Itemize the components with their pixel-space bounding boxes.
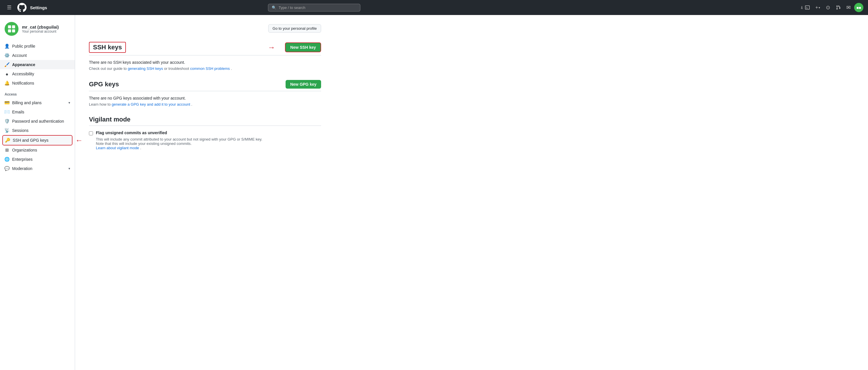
search-placeholder: Type / to search xyxy=(279,5,306,10)
sidebar-nav-access: 💳 Billing and plans ▾ ✉️ Emails 🛡️ Passw… xyxy=(0,98,75,173)
search-bar[interactable]: 🔍 Type / to search xyxy=(268,4,360,11)
page-title: Settings xyxy=(30,5,47,10)
terminal-button[interactable]: ﹠ xyxy=(798,3,812,12)
ssh-divider xyxy=(89,55,321,56)
generate-gpg-key-link[interactable]: generate a GPG key and add it to your ac… xyxy=(112,102,190,106)
vigilant-checkbox[interactable] xyxy=(89,131,93,135)
sidebar-label-ssh-gpg: SSH and GPG keys xyxy=(13,138,49,142)
sidebar-item-organizations[interactable]: ⊞ Organizations xyxy=(0,145,75,155)
pullrequests-button[interactable] xyxy=(834,3,843,11)
sidebar-item-password[interactable]: 🛡️ Password and authentication xyxy=(0,116,75,126)
svg-rect-0 xyxy=(8,25,11,29)
gear-icon: ⚙️ xyxy=(5,53,9,58)
vigilant-mode-header: Vigilant mode xyxy=(89,116,321,123)
gpg-learn-prefix: Learn how to xyxy=(89,102,112,106)
vigilant-checkbox-row: Flag unsigned commits as unverified xyxy=(89,130,321,135)
gpg-keys-title: GPG keys xyxy=(89,80,119,88)
gpg-keys-header: GPG keys New GPG key xyxy=(89,80,321,89)
common-ssh-problems-link[interactable]: common SSH problems xyxy=(190,66,230,71)
sidebar-item-ssh-gpg[interactable]: 🔑 SSH and GPG keys xyxy=(2,135,72,145)
sidebar-item-enterprises[interactable]: 🌐 Enterprises xyxy=(0,155,75,164)
moderation-expand-icon: ▾ xyxy=(68,167,70,171)
ssh-guide-prefix: Check out our guide to xyxy=(89,66,128,71)
vigilant-mode-title: Vigilant mode xyxy=(89,116,130,123)
new-gpg-key-button[interactable]: New GPG key xyxy=(286,80,321,89)
bell-icon: 🔔 xyxy=(5,81,9,86)
svg-rect-1 xyxy=(12,25,15,29)
vigilant-divider xyxy=(89,126,321,126)
gpg-learn-suffix: . xyxy=(191,102,192,106)
sidebar-item-sessions[interactable]: 📡 Sessions xyxy=(0,126,75,135)
avatar[interactable]: ◼◼ xyxy=(854,3,863,12)
vigilant-learn-suffix: . xyxy=(140,146,141,150)
ssh-guide-text: Check out our guide to generating SSH ke… xyxy=(89,66,321,71)
sidebar-item-emails[interactable]: ✉️ Emails xyxy=(0,107,75,116)
sidebar-label-appearance: Appearance xyxy=(12,62,35,67)
generating-ssh-keys-link[interactable]: generating SSH keys xyxy=(128,66,163,71)
chevron-down-icon: ▾ xyxy=(818,6,820,9)
shield-icon: 🛡️ xyxy=(5,119,9,124)
creditcard-icon: 💳 xyxy=(5,100,9,105)
sidebar-item-account[interactable]: ⚙️ Account xyxy=(0,51,75,60)
inbox-icon: ✉ xyxy=(846,4,851,11)
sidebar-label-emails: Emails xyxy=(12,110,24,114)
hamburger-menu-button[interactable]: ☰ xyxy=(5,3,14,12)
new-ssh-key-button[interactable]: New SSH key xyxy=(285,42,321,52)
ssh-keys-header: SSH keys → New SSH key xyxy=(89,42,321,53)
goto-profile-button[interactable]: Go to your personal profile xyxy=(268,24,321,33)
sidebar-item-notifications[interactable]: 🔔 Notifications xyxy=(0,78,75,88)
sidebar-label-password: Password and authentication xyxy=(12,119,64,124)
github-logo xyxy=(17,3,27,12)
main-content: Go to your personal profile SSH keys → N… xyxy=(75,15,335,370)
top-navigation: ☰ Settings 🔍 Type / to search ﹠ + ▾ ⊙ ✉ … xyxy=(0,0,868,15)
sidebar-subtitle: Your personal account xyxy=(22,29,59,33)
billing-expand-icon: ▾ xyxy=(68,101,70,105)
table-icon: ⊞ xyxy=(5,148,9,153)
ssh-keys-title: SSH keys xyxy=(89,42,126,53)
sidebar-item-accessibility[interactable]: ♠ Accessibility xyxy=(0,69,75,78)
clock-icon: ⊙ xyxy=(826,4,830,11)
user-header: Go to your personal profile xyxy=(89,24,321,33)
sidebar-label-public-profile: Public profile xyxy=(12,44,35,48)
gpg-learn-text: Learn how to generate a GPG key and add … xyxy=(89,102,321,106)
sidebar-item-moderation[interactable]: 💬 Moderation ▾ xyxy=(0,164,75,173)
sidebar: mr_cat (zbsguilai) Your personal account… xyxy=(0,15,75,370)
sidebar-label-accessibility: Accessibility xyxy=(12,72,34,76)
gpg-no-keys-text: There are no GPG keys associated with yo… xyxy=(89,96,321,100)
paintbrush-icon: 🖌️ xyxy=(5,62,9,67)
sidebar-nav-main: 👤 Public profile ⚙️ Account 🖌️ Appearanc… xyxy=(0,41,75,88)
sidebar-label-organizations: Organizations xyxy=(12,148,37,153)
accessibility-icon: ♠ xyxy=(5,72,9,76)
sidebar-username: mr_cat (zbsguilai) xyxy=(22,25,59,29)
ssh-guide-suffix: . xyxy=(231,66,232,71)
vigilant-desc: This will include any commit attributed … xyxy=(96,137,321,150)
new-button[interactable]: + ▾ xyxy=(813,3,823,12)
ssh-keys-section: SSH keys → New SSH key There are no SSH … xyxy=(89,42,321,71)
search-icon: 🔍 xyxy=(272,5,276,10)
ssh-no-keys-text: There are no SSH keys associated with yo… xyxy=(89,60,321,65)
sidebar-avatar xyxy=(5,22,19,36)
person-icon: 👤 xyxy=(5,44,9,48)
sidebar-item-billing[interactable]: 💳 Billing and plans ▾ xyxy=(0,98,75,107)
svg-rect-3 xyxy=(12,29,15,33)
plus-icon: + xyxy=(815,5,818,10)
git-pullrequest-icon xyxy=(836,5,841,10)
vigilant-mode-link[interactable]: Learn about vigilant mode xyxy=(96,146,139,150)
gpg-divider xyxy=(89,91,321,91)
vigilant-mode-section: Vigilant mode Flag unsigned commits as u… xyxy=(89,116,321,150)
sidebar-label-sessions: Sessions xyxy=(12,128,29,133)
wifi-icon: 📡 xyxy=(5,128,9,133)
inbox-button[interactable]: ✉ xyxy=(844,3,853,12)
terminal-icon: ﹠ xyxy=(800,5,804,11)
sidebar-label-notifications: Notifications xyxy=(12,81,34,86)
sidebar-item-appearance[interactable]: 🖌️ Appearance xyxy=(0,60,75,69)
sidebar-user-info: mr_cat (zbsguilai) Your personal account xyxy=(0,22,75,41)
ssh-guide-middle: or troubleshoot xyxy=(164,66,190,71)
vigilant-checkbox-label: Flag unsigned commits as unverified xyxy=(96,130,167,135)
issues-button[interactable]: ⊙ xyxy=(824,3,833,12)
key-icon: 🔑 xyxy=(5,138,10,142)
globe-icon: 🌐 xyxy=(5,157,9,162)
sidebar-item-public-profile[interactable]: 👤 Public profile xyxy=(0,41,75,51)
vigilant-desc-line1: This will include any commit attributed … xyxy=(96,137,321,141)
hamburger-icon: ☰ xyxy=(7,4,11,11)
